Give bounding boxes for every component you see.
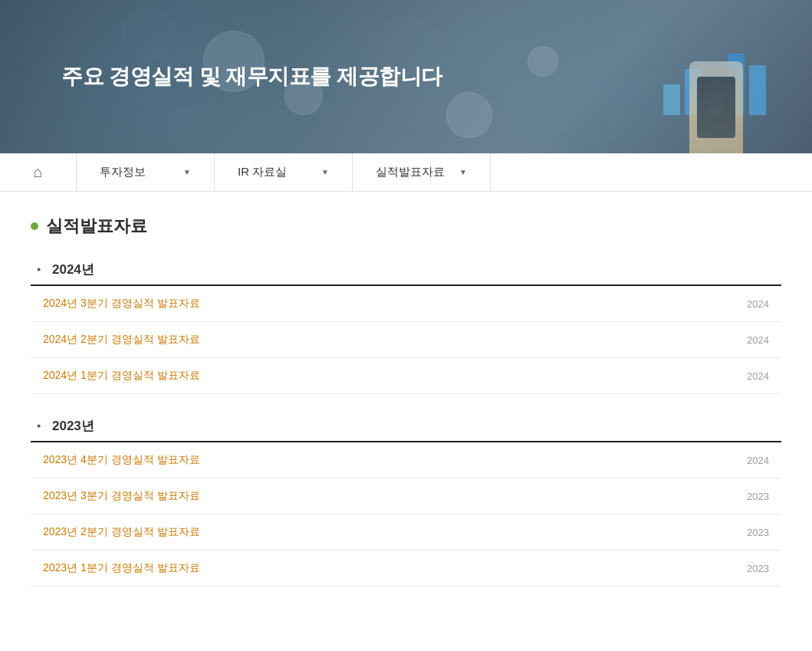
title-dot-icon	[31, 222, 38, 230]
nav-ir-label: IR 자료실	[238, 165, 287, 179]
list-item-date: 2023	[747, 491, 769, 502]
hero-chart-graphic	[613, 0, 766, 153]
year-bullet-icon: ・	[31, 419, 46, 434]
year-bullet-icon: ・	[31, 262, 46, 278]
list-item[interactable]: 2023년 3분기 경영실적 발표자료 2023	[31, 478, 781, 515]
year-label-1: 2023년	[52, 417, 94, 435]
list-item-title[interactable]: 2023년 4분기 경영실적 발표자료	[43, 453, 200, 467]
nav-results-label: 실적발표자료	[376, 165, 445, 179]
nav-item-investment[interactable]: 투자정보 ▼	[77, 153, 215, 191]
nav-investment-label: 투자정보	[100, 165, 146, 179]
list-item-date: 2024	[747, 455, 769, 466]
list-item[interactable]: 2023년 2분기 경영실적 발표자료 2023	[31, 515, 781, 551]
year-label-0: 2024년	[52, 261, 94, 278]
home-button[interactable]: ⌂	[0, 153, 77, 191]
home-icon: ⌂	[33, 163, 42, 181]
list-item[interactable]: 2024년 2분기 경영실적 발표자료 2024	[31, 322, 781, 358]
nav-results-arrow: ▼	[459, 168, 467, 176]
list-item[interactable]: 2024년 1분기 경영실적 발표자료 2024	[31, 358, 781, 394]
list-item-title[interactable]: 2023년 1분기 경영실적 발표자료	[43, 561, 200, 575]
list-item-title[interactable]: 2024년 2분기 경영실적 발표자료	[43, 333, 200, 347]
main-content: 실적발표자료 ・2024년 2024년 3분기 경영실적 발표자료 2024 2…	[0, 192, 812, 633]
list-item-date: 2023	[747, 563, 769, 574]
hero-title: 주요 경영실적 및 재무지표를 제공합니다	[61, 62, 442, 91]
sections-container: ・2024년 2024년 3분기 경영실적 발표자료 2024 2024년 2분…	[31, 261, 781, 587]
year-header-1: ・2023년	[31, 417, 781, 435]
list-item-title[interactable]: 2024년 1분기 경영실적 발표자료	[43, 369, 200, 383]
nav-ir-arrow: ▼	[321, 168, 329, 176]
nav-item-ir[interactable]: IR 자료실 ▼	[215, 153, 353, 191]
page-title-row: 실적발표자료	[31, 215, 781, 238]
phone-hand-decoration	[666, 15, 758, 153]
list-item[interactable]: 2023년 4분기 경영실적 발표자료 2024	[31, 442, 781, 478]
nav-item-results[interactable]: 실적발표자료 ▼	[353, 153, 491, 191]
list-item-date: 2024	[747, 370, 769, 382]
list-item-date: 2024	[747, 298, 769, 310]
list-item-date: 2024	[747, 334, 769, 346]
list-item-title[interactable]: 2023년 3분기 경영실적 발표자료	[43, 489, 200, 503]
hero-banner: 주요 경영실적 및 재무지표를 제공합니다	[0, 0, 812, 153]
list-item[interactable]: 2024년 3분기 경영실적 발표자료 2024	[31, 286, 781, 322]
nav-investment-arrow: ▼	[183, 168, 191, 176]
list-item-title[interactable]: 2024년 3분기 경영실적 발표자료	[43, 297, 200, 311]
year-section-2024년: ・2024년 2024년 3분기 경영실적 발표자료 2024 2024년 2분…	[31, 261, 781, 394]
year-header-0: ・2024년	[31, 261, 781, 278]
page-title: 실적발표자료	[46, 215, 147, 238]
year-section-2023년: ・2023년 2023년 4분기 경영실적 발표자료 2024 2023년 3분…	[31, 417, 781, 587]
navigation: ⌂ 투자정보 ▼ IR 자료실 ▼ 실적발표자료 ▼	[0, 153, 812, 192]
list-item[interactable]: 2023년 1분기 경영실적 발표자료 2023	[31, 551, 781, 587]
list-item-title[interactable]: 2023년 2분기 경영실적 발표자료	[43, 525, 200, 539]
list-item-date: 2023	[747, 527, 769, 538]
